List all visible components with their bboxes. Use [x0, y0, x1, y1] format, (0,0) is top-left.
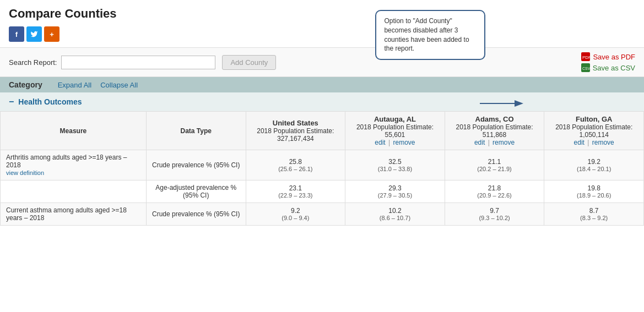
csv-icon: CSV — [581, 63, 590, 72]
facebook-button[interactable]: f — [9, 26, 24, 42]
td-county2: 21.1(20.2 – 21.9) — [445, 150, 544, 180]
county3-remove-link[interactable]: remove — [592, 139, 614, 146]
td-datatype: Crude prevalence % (95% CI) — [146, 150, 246, 180]
county2-edit-link[interactable]: edit — [474, 139, 485, 146]
table-row: Current asthma among adults aged >=18 ye… — [1, 203, 644, 226]
th-measure: Measure — [1, 112, 147, 150]
save-pdf-link[interactable]: PDF Save as PDF — [581, 52, 635, 61]
th-county1: Autauga, AL 2018 Population Estimate: 55… — [345, 112, 445, 150]
county1-edit-link[interactable]: edit — [375, 139, 385, 146]
th-county2: Adams, CO 2018 Population Estimate: 511,… — [445, 112, 544, 150]
td-county3: 8.7(8.3 – 9.2) — [544, 203, 644, 226]
td-measure — [1, 180, 147, 203]
county1-remove-link[interactable]: remove — [393, 139, 415, 146]
table-row: Arthritis among adults aged >=18 years –… — [1, 150, 644, 180]
tooltip-box: Option to "Add County" becomes disabled … — [375, 10, 485, 60]
th-us: United States 2018 Population Estimate: … — [246, 112, 345, 150]
section-title: Health Outcomes — [18, 97, 82, 106]
page-title: Compare Counties — [0, 0, 644, 24]
td-datatype: Age-adjusted prevalence % (95% CI) — [146, 180, 246, 203]
social-bar: f + — [0, 24, 644, 47]
td-county1: 32.5(31.0 – 33.8) — [345, 150, 445, 180]
svg-text:CSV: CSV — [582, 67, 590, 70]
search-input[interactable] — [61, 56, 215, 69]
td-us: 25.8(25.6 – 26.1) — [246, 150, 345, 180]
td-us: 9.2(9.0 – 9.4) — [246, 203, 345, 226]
export-links: PDF Save as PDF CSV Save as CSV — [581, 52, 635, 72]
collapse-icon[interactable]: − — [9, 97, 14, 107]
category-label: Category — [9, 80, 42, 89]
svg-text:PDF: PDF — [582, 55, 590, 60]
td-county2: 21.8(20.9 – 22.6) — [445, 180, 544, 203]
table-row: Age-adjusted prevalence % (95% CI)23.1(2… — [1, 180, 644, 203]
search-label: Search Report: — [9, 58, 57, 67]
save-csv-link[interactable]: CSV Save as CSV — [581, 63, 635, 72]
th-county3: Fulton, GA 2018 Population Estimate: 1,0… — [544, 112, 644, 150]
pdf-icon: PDF — [581, 52, 590, 61]
td-measure: Current asthma among adults aged >=18 ye… — [1, 203, 147, 226]
td-measure: Arthritis among adults aged >=18 years –… — [1, 150, 147, 180]
share-button[interactable]: + — [44, 26, 59, 42]
collapse-all-button[interactable]: Collapse All — [96, 81, 142, 89]
twitter-button[interactable] — [26, 26, 42, 42]
th-datatype: Data Type — [146, 112, 246, 150]
view-definition-link[interactable]: view definition — [6, 169, 44, 176]
search-bar: Search Report: Option to "Add County" be… — [0, 47, 644, 77]
section-header: − Health Outcomes — [0, 92, 644, 111]
td-county1: 10.2(8.6 – 10.7) — [345, 203, 445, 226]
add-county-button[interactable]: Add County — [222, 55, 276, 70]
tooltip-arrow — [480, 95, 524, 112]
county2-remove-link[interactable]: remove — [493, 139, 515, 146]
category-bar: Category Expand All Collapse All — [0, 77, 644, 92]
td-county1: 29.3(27.9 – 30.5) — [345, 180, 445, 203]
td-us: 23.1(22.9 – 23.3) — [246, 180, 345, 203]
td-county2: 9.7(9.3 – 10.2) — [445, 203, 544, 226]
county3-edit-link[interactable]: edit — [574, 139, 585, 146]
td-datatype: Crude prevalence % (95% CI) — [146, 203, 246, 226]
data-table: Measure Data Type United States 2018 Pop… — [0, 111, 644, 226]
td-county3: 19.2(18.4 – 20.1) — [544, 150, 644, 180]
td-county3: 19.8(18.9 – 20.6) — [544, 180, 644, 203]
expand-all-button[interactable]: Expand All — [53, 81, 96, 89]
